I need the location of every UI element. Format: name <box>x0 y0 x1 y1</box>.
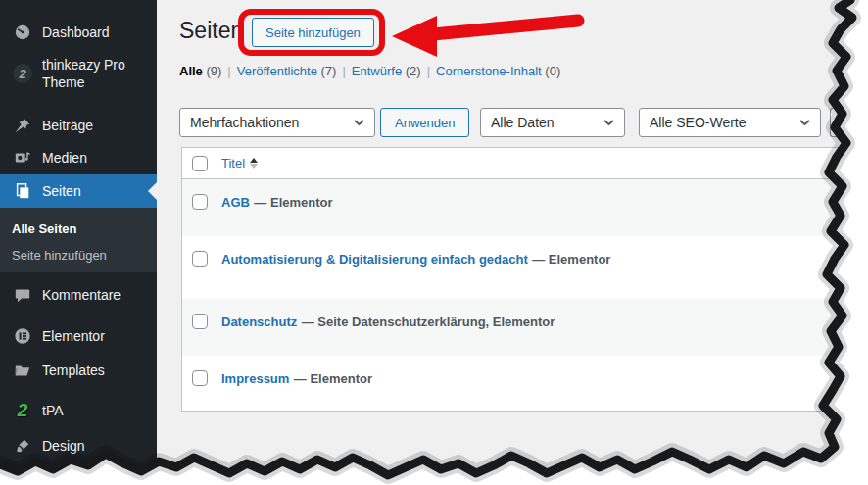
seo-filter-select[interactable]: Alle SEO-Werte <box>639 108 821 137</box>
submenu-item-add-page[interactable]: Seite hinzufügen <box>0 242 157 268</box>
view-label[interactable]: Cornerstone-Inhalt <box>436 64 542 78</box>
view-count: (9) <box>206 64 221 78</box>
column-header-title[interactable]: Titel <box>221 156 258 170</box>
row-meta: — Elementor <box>532 252 610 267</box>
view-label: Alle <box>179 64 203 78</box>
row-meta: — Seite Datenschutzerklärung, Elementor <box>302 315 555 329</box>
sidebar-item-dashboard[interactable]: Dashboard <box>0 16 157 49</box>
row-checkbox[interactable] <box>192 251 208 267</box>
row-meta: — Elementor <box>294 371 372 386</box>
chevron-down-icon <box>354 120 364 126</box>
row-checkbox[interactable] <box>192 314 208 329</box>
view-all[interactable]: Alle (9) <box>179 64 221 78</box>
comments-icon <box>13 285 32 305</box>
sidebar-item-media[interactable]: Medien <box>0 141 157 174</box>
sidebar-item-design[interactable]: Design <box>0 429 157 462</box>
view-label[interactable]: Veröffentlichte <box>237 64 317 78</box>
view-cornerstone[interactable]: Cornerstone-Inhalt (0) <box>436 64 560 78</box>
column-title-label: Titel <box>221 156 245 170</box>
pages-submenu: Alle Seiten Seite hinzufügen <box>0 208 157 272</box>
view-separator: | <box>427 64 430 78</box>
chevron-down-icon <box>799 120 810 126</box>
table-row: Impressum — Elementor <box>182 356 867 412</box>
sidebar-item-tpa[interactable]: 2 tPA <box>0 394 157 427</box>
row-meta: — Elementor <box>254 195 332 210</box>
sidebar-item-posts[interactable]: Beiträge <box>0 109 157 142</box>
page-title: Seiten <box>179 18 243 44</box>
sidebar-item-pages[interactable]: Seiten <box>0 174 157 208</box>
view-count: (7) <box>321 64 337 78</box>
dashboard-icon <box>13 23 32 42</box>
view-label[interactable]: Entwürfe <box>352 64 402 78</box>
view-count: (0) <box>545 64 560 78</box>
sidebar-item-label: tPA <box>42 403 64 418</box>
sidebar-item-label: Seiten <box>42 183 81 199</box>
sidebar-item-label: Kommentare <box>42 287 121 303</box>
date-filter-select[interactable]: Alle Daten <box>480 108 625 137</box>
bulk-actions-select[interactable]: Mehrfachaktionen <box>179 108 375 137</box>
page-title-link[interactable]: Datenschutz <box>221 315 297 329</box>
sort-asc-icon <box>250 158 258 163</box>
sidebar-item-label: Medien <box>42 150 87 166</box>
sidebar-item-comments[interactable]: Kommentare <box>0 278 157 312</box>
page-title-link[interactable]: Impressum <box>221 371 289 386</box>
page-title-link[interactable]: AGB <box>221 195 250 210</box>
select-all-checkbox[interactable] <box>192 156 208 171</box>
sidebar-item-templates[interactable]: Templates <box>0 354 157 387</box>
design-brush-icon <box>13 436 32 456</box>
chevron-down-icon <box>603 120 614 126</box>
bulk-actions-label: Mehrfachaktionen <box>190 115 299 130</box>
admin-sidebar: Dashboard 2 thinkeazy Pro Theme Beiträge… <box>0 0 157 485</box>
pages-icon <box>13 181 32 201</box>
wordpress-admin-screen: Dashboard 2 thinkeazy Pro Theme Beiträge… <box>0 0 868 485</box>
tpa-logo-icon: 2 <box>13 401 32 420</box>
sort-arrows-icon <box>250 158 258 169</box>
table-row: Datenschutz — Seite Datenschutzerklärung… <box>182 299 867 356</box>
sidebar-item-label: Design <box>42 438 85 454</box>
row-checkbox[interactable] <box>192 194 208 210</box>
add-page-button[interactable]: Seite hinzufügen <box>252 18 374 47</box>
view-drafts[interactable]: Entwürfe (2) <box>352 64 421 78</box>
table-header-row: Titel <box>182 148 867 179</box>
sidebar-item-label: Elementor <box>42 328 105 344</box>
elementor-icon <box>13 326 32 346</box>
row-checkbox[interactable] <box>192 370 208 386</box>
sidebar-item-label: Dashboard <box>42 24 110 40</box>
pages-list-table: Titel AGB — Elementor Automatisierung & … <box>181 147 868 412</box>
page-title-link[interactable]: Automatisierung & Digitalisierung einfac… <box>221 252 528 267</box>
media-icon <box>13 148 32 168</box>
sort-desc-icon <box>250 164 258 169</box>
table-row: AGB — Elementor <box>182 179 867 236</box>
list-filter-views: Alle (9)|Veröffentlichte (7)|Entwürfe (2… <box>179 64 560 78</box>
theme-logo-icon: 2 <box>13 64 32 83</box>
view-separator: | <box>342 64 345 78</box>
seo-filter-label: Alle SEO-Werte <box>650 115 747 130</box>
sidebar-item-theme[interactable]: 2 thinkeazy Pro Theme <box>0 49 157 98</box>
sidebar-item-elementor[interactable]: Elementor <box>0 319 157 353</box>
date-filter-label: Alle Daten <box>491 115 555 130</box>
view-separator: | <box>227 64 230 78</box>
templates-folder-icon <box>13 361 32 380</box>
sidebar-item-label: Templates <box>42 363 105 378</box>
extra-filter-label: Al <box>841 115 852 130</box>
view-published[interactable]: Veröffentlichte (7) <box>237 64 337 78</box>
submenu-item-all-pages[interactable]: Alle Seiten <box>0 216 157 242</box>
extra-filter-select[interactable]: Al <box>830 108 868 137</box>
table-row: Automatisierung & Digitalisierung einfac… <box>182 236 867 299</box>
apply-button[interactable]: Anwenden <box>380 108 469 137</box>
sidebar-item-label: Beiträge <box>42 118 93 133</box>
posts-pin-icon <box>13 116 32 135</box>
sidebar-item-label: thinkeazy Pro Theme <box>42 56 145 91</box>
view-count: (2) <box>406 64 421 78</box>
